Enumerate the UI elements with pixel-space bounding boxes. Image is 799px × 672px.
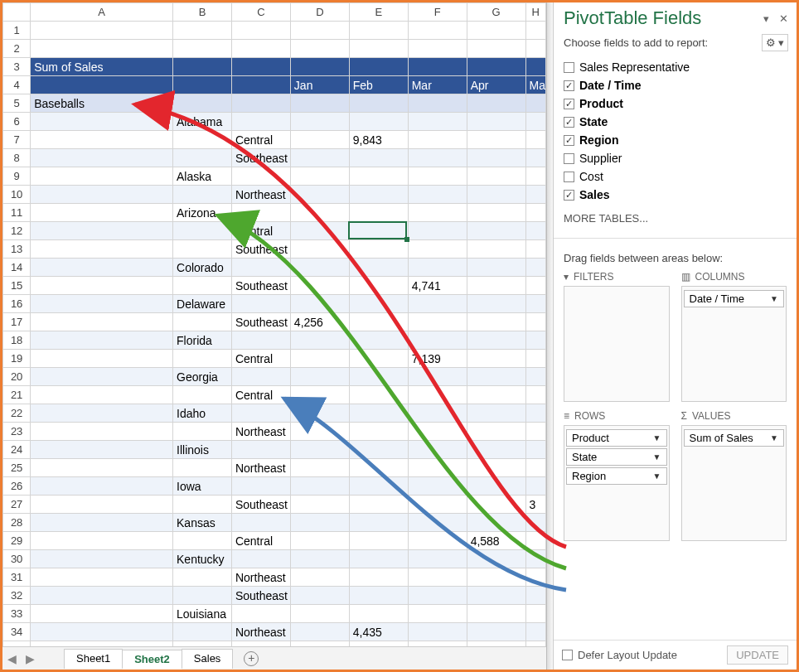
cell[interactable] bbox=[290, 204, 349, 222]
cell[interactable]: Central bbox=[231, 386, 290, 404]
cell[interactable] bbox=[408, 222, 467, 240]
cell[interactable] bbox=[525, 295, 545, 313]
cell[interactable] bbox=[231, 22, 290, 40]
cell[interactable] bbox=[408, 186, 467, 204]
cell[interactable]: Southeast bbox=[231, 149, 290, 167]
field-item[interactable]: Date / Time bbox=[564, 76, 787, 94]
cell[interactable] bbox=[231, 94, 290, 113]
cell[interactable] bbox=[173, 222, 232, 240]
cell[interactable] bbox=[31, 423, 173, 441]
cell[interactable]: Alaska bbox=[173, 167, 232, 186]
cell[interactable] bbox=[31, 641, 173, 647]
cell[interactable] bbox=[408, 459, 467, 477]
cell[interactable] bbox=[231, 514, 290, 532]
cell[interactable]: Northeast bbox=[231, 568, 290, 587]
row-header[interactable]: 19 bbox=[3, 350, 31, 368]
sheet-tab[interactable]: Sheet2 bbox=[122, 650, 182, 670]
cell[interactable] bbox=[467, 568, 525, 587]
cell[interactable] bbox=[349, 368, 408, 386]
cell[interactable] bbox=[408, 477, 467, 496]
cell[interactable] bbox=[525, 331, 545, 350]
cell[interactable] bbox=[349, 149, 408, 167]
cell[interactable] bbox=[408, 94, 467, 113]
row-header[interactable]: 20 bbox=[3, 368, 31, 386]
cell[interactable] bbox=[525, 113, 545, 131]
cell[interactable] bbox=[290, 368, 349, 386]
pane-splitter[interactable] bbox=[546, 2, 553, 670]
cell[interactable] bbox=[231, 295, 290, 313]
cell[interactable] bbox=[467, 496, 525, 514]
cell[interactable]: Iowa bbox=[173, 477, 232, 496]
col-header-a[interactable]: A bbox=[31, 3, 173, 22]
row-header[interactable]: 3 bbox=[3, 58, 31, 76]
cell[interactable]: Jan bbox=[290, 76, 349, 94]
cell[interactable] bbox=[525, 550, 545, 568]
row-header[interactable]: 31 bbox=[3, 568, 31, 587]
cell[interactable] bbox=[467, 222, 525, 240]
row-header[interactable]: 18 bbox=[3, 331, 31, 350]
cell[interactable]: Apr bbox=[467, 76, 525, 94]
cell[interactable] bbox=[408, 40, 467, 58]
cell[interactable] bbox=[231, 477, 290, 496]
row-header[interactable]: 15 bbox=[3, 277, 31, 295]
cell[interactable] bbox=[349, 568, 408, 587]
cell[interactable] bbox=[525, 277, 545, 295]
cell[interactable] bbox=[31, 368, 173, 386]
row-header[interactable]: 25 bbox=[3, 459, 31, 477]
cell[interactable] bbox=[349, 22, 408, 40]
cell[interactable]: Sum of Sales bbox=[31, 58, 173, 76]
cell[interactable] bbox=[349, 532, 408, 550]
cell[interactable] bbox=[408, 313, 467, 331]
cell[interactable]: Southeast bbox=[231, 587, 290, 605]
cell[interactable] bbox=[31, 550, 173, 568]
update-button[interactable]: UPDATE bbox=[727, 645, 788, 665]
cell[interactable] bbox=[173, 568, 232, 587]
cell[interactable] bbox=[349, 404, 408, 423]
cell[interactable]: Arizona bbox=[173, 204, 232, 222]
row-header[interactable]: 1 bbox=[3, 22, 31, 40]
cell[interactable]: Florida bbox=[173, 331, 232, 350]
cell[interactable] bbox=[231, 113, 290, 131]
cell[interactable] bbox=[408, 550, 467, 568]
cell[interactable] bbox=[290, 22, 349, 40]
cell[interactable] bbox=[525, 386, 545, 404]
cell[interactable] bbox=[408, 496, 467, 514]
cell[interactable] bbox=[467, 441, 525, 459]
cell[interactable] bbox=[525, 623, 545, 641]
cell[interactable] bbox=[408, 295, 467, 313]
cell[interactable] bbox=[290, 605, 349, 623]
row-header[interactable]: 28 bbox=[3, 514, 31, 532]
cell[interactable] bbox=[31, 277, 173, 295]
cell[interactable] bbox=[290, 167, 349, 186]
cell[interactable] bbox=[525, 368, 545, 386]
cell[interactable] bbox=[525, 459, 545, 477]
cell[interactable] bbox=[231, 76, 290, 94]
cell[interactable] bbox=[290, 277, 349, 295]
cell[interactable] bbox=[31, 331, 173, 350]
row-header[interactable]: 23 bbox=[3, 423, 31, 441]
cell[interactable] bbox=[525, 131, 545, 149]
cell[interactable] bbox=[290, 423, 349, 441]
cell[interactable] bbox=[408, 532, 467, 550]
cell[interactable]: Kansas bbox=[173, 514, 232, 532]
cell[interactable] bbox=[290, 240, 349, 259]
cell[interactable] bbox=[31, 477, 173, 496]
field-item[interactable]: Sales bbox=[564, 186, 787, 204]
cell[interactable] bbox=[290, 441, 349, 459]
cell[interactable] bbox=[31, 404, 173, 423]
pane-tools-button[interactable]: ⚙ ▾ bbox=[762, 34, 788, 51]
cell[interactable] bbox=[290, 496, 349, 514]
cell[interactable]: May bbox=[525, 76, 545, 94]
cell[interactable] bbox=[349, 167, 408, 186]
cell[interactable] bbox=[349, 550, 408, 568]
cell[interactable] bbox=[408, 259, 467, 277]
cell[interactable] bbox=[173, 386, 232, 404]
cell[interactable] bbox=[290, 587, 349, 605]
cell[interactable] bbox=[467, 277, 525, 295]
cell[interactable] bbox=[231, 259, 290, 277]
cell[interactable] bbox=[290, 131, 349, 149]
row-header[interactable]: 27 bbox=[3, 496, 31, 514]
cell[interactable] bbox=[408, 131, 467, 149]
cell[interactable] bbox=[525, 186, 545, 204]
cell[interactable] bbox=[31, 149, 173, 167]
